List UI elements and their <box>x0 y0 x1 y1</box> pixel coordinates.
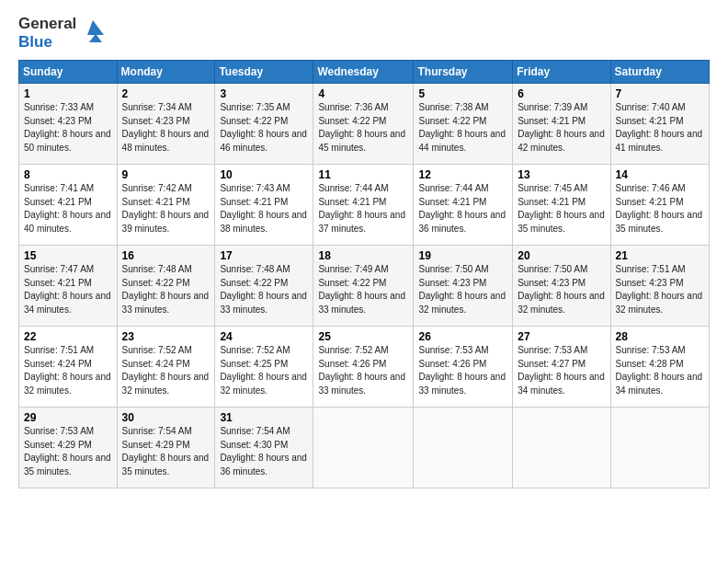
day-number: 19 <box>418 249 507 262</box>
calendar-cell: 10 Sunrise: 7:43 AMSunset: 4:21 PMDaylig… <box>215 165 313 246</box>
day-info: Sunrise: 7:47 AMSunset: 4:21 PMDaylight:… <box>24 264 111 315</box>
day-number: 7 <box>616 87 704 100</box>
calendar-cell: 28 Sunrise: 7:53 AMSunset: 4:28 PMDaylig… <box>610 327 709 408</box>
weekday-header-thursday: Thursday <box>414 61 513 84</box>
calendar-cell: 24 Sunrise: 7:52 AMSunset: 4:25 PMDaylig… <box>215 327 313 408</box>
logo-general-text: General <box>18 15 76 33</box>
day-info: Sunrise: 7:54 AMSunset: 4:30 PMDaylight:… <box>220 426 307 477</box>
day-number: 30 <box>122 411 210 424</box>
day-info: Sunrise: 7:51 AMSunset: 4:23 PMDaylight:… <box>616 264 703 315</box>
calendar-cell: 11 Sunrise: 7:44 AMSunset: 4:21 PMDaylig… <box>313 165 414 246</box>
calendar-cell: 6 Sunrise: 7:39 AMSunset: 4:21 PMDayligh… <box>513 84 610 165</box>
day-number: 17 <box>220 249 308 262</box>
day-number: 8 <box>24 168 112 181</box>
calendar-cell: 15 Sunrise: 7:47 AMSunset: 4:21 PMDaylig… <box>19 246 118 327</box>
week-row-2: 8 Sunrise: 7:41 AMSunset: 4:21 PMDayligh… <box>19 165 710 246</box>
logo: General Blue <box>18 15 106 51</box>
day-number: 12 <box>418 168 507 181</box>
day-number: 6 <box>518 87 605 100</box>
calendar-cell: 22 Sunrise: 7:51 AMSunset: 4:24 PMDaylig… <box>19 327 118 408</box>
day-info: Sunrise: 7:53 AMSunset: 4:28 PMDaylight:… <box>616 345 703 396</box>
calendar-cell <box>313 408 414 488</box>
day-info: Sunrise: 7:42 AMSunset: 4:21 PMDaylight:… <box>122 183 210 234</box>
day-number: 1 <box>24 87 112 100</box>
day-info: Sunrise: 7:48 AMSunset: 4:22 PMDaylight:… <box>122 264 210 315</box>
day-number: 5 <box>418 87 507 100</box>
day-number: 18 <box>318 249 408 262</box>
week-row-4: 22 Sunrise: 7:51 AMSunset: 4:24 PMDaylig… <box>19 327 710 408</box>
day-info: Sunrise: 7:40 AMSunset: 4:21 PMDaylight:… <box>616 102 703 153</box>
calendar-cell: 25 Sunrise: 7:52 AMSunset: 4:26 PMDaylig… <box>313 327 414 408</box>
calendar-cell <box>610 408 709 488</box>
day-info: Sunrise: 7:50 AMSunset: 4:23 PMDaylight:… <box>518 264 605 315</box>
calendar-cell: 26 Sunrise: 7:53 AMSunset: 4:26 PMDaylig… <box>414 327 513 408</box>
weekday-header-tuesday: Tuesday <box>215 61 313 84</box>
day-info: Sunrise: 7:39 AMSunset: 4:21 PMDaylight:… <box>518 102 605 153</box>
day-info: Sunrise: 7:50 AMSunset: 4:23 PMDaylight:… <box>418 264 506 315</box>
calendar-cell: 30 Sunrise: 7:54 AMSunset: 4:29 PMDaylig… <box>117 408 215 488</box>
day-info: Sunrise: 7:51 AMSunset: 4:24 PMDaylight:… <box>24 345 111 396</box>
day-number: 31 <box>220 411 308 424</box>
day-info: Sunrise: 7:33 AMSunset: 4:23 PMDaylight:… <box>24 102 111 153</box>
day-number: 9 <box>122 168 210 181</box>
day-number: 3 <box>220 87 308 100</box>
calendar-table: SundayMondayTuesdayWednesdayThursdayFrid… <box>18 60 710 488</box>
day-number: 26 <box>418 330 507 343</box>
day-number: 29 <box>24 411 112 424</box>
week-row-5: 29 Sunrise: 7:53 AMSunset: 4:29 PMDaylig… <box>19 408 710 488</box>
day-number: 15 <box>24 249 112 262</box>
day-number: 16 <box>122 249 210 262</box>
day-info: Sunrise: 7:45 AMSunset: 4:21 PMDaylight:… <box>518 183 605 234</box>
day-number: 28 <box>616 330 704 343</box>
day-number: 24 <box>220 330 308 343</box>
day-info: Sunrise: 7:44 AMSunset: 4:21 PMDaylight:… <box>318 183 405 234</box>
logo-icon <box>80 18 106 44</box>
day-info: Sunrise: 7:46 AMSunset: 4:21 PMDaylight:… <box>616 183 703 234</box>
calendar-cell: 21 Sunrise: 7:51 AMSunset: 4:23 PMDaylig… <box>610 246 709 327</box>
day-info: Sunrise: 7:53 AMSunset: 4:26 PMDaylight:… <box>418 345 506 396</box>
day-number: 27 <box>518 330 605 343</box>
day-info: Sunrise: 7:49 AMSunset: 4:22 PMDaylight:… <box>318 264 405 315</box>
weekday-header-monday: Monday <box>117 61 215 84</box>
calendar-cell: 1 Sunrise: 7:33 AMSunset: 4:23 PMDayligh… <box>19 84 118 165</box>
day-number: 21 <box>616 249 704 262</box>
calendar-cell: 14 Sunrise: 7:46 AMSunset: 4:21 PMDaylig… <box>610 165 709 246</box>
day-info: Sunrise: 7:35 AMSunset: 4:22 PMDaylight:… <box>220 102 307 153</box>
calendar-cell: 12 Sunrise: 7:44 AMSunset: 4:21 PMDaylig… <box>414 165 513 246</box>
day-info: Sunrise: 7:48 AMSunset: 4:22 PMDaylight:… <box>220 264 307 315</box>
calendar-cell: 31 Sunrise: 7:54 AMSunset: 4:30 PMDaylig… <box>215 408 313 488</box>
day-info: Sunrise: 7:52 AMSunset: 4:24 PMDaylight:… <box>122 345 210 396</box>
day-number: 13 <box>518 168 605 181</box>
day-number: 14 <box>616 168 704 181</box>
weekday-header-friday: Friday <box>513 61 610 84</box>
day-info: Sunrise: 7:38 AMSunset: 4:22 PMDaylight:… <box>418 102 506 153</box>
calendar-cell: 9 Sunrise: 7:42 AMSunset: 4:21 PMDayligh… <box>117 165 215 246</box>
calendar-cell: 5 Sunrise: 7:38 AMSunset: 4:22 PMDayligh… <box>414 84 513 165</box>
calendar-cell: 8 Sunrise: 7:41 AMSunset: 4:21 PMDayligh… <box>19 165 118 246</box>
day-number: 25 <box>318 330 408 343</box>
day-number: 23 <box>122 330 210 343</box>
day-info: Sunrise: 7:52 AMSunset: 4:26 PMDaylight:… <box>318 345 405 396</box>
day-info: Sunrise: 7:54 AMSunset: 4:29 PMDaylight:… <box>122 426 210 477</box>
day-number: 4 <box>318 87 408 100</box>
calendar-cell: 17 Sunrise: 7:48 AMSunset: 4:22 PMDaylig… <box>215 246 313 327</box>
calendar-cell: 23 Sunrise: 7:52 AMSunset: 4:24 PMDaylig… <box>117 327 215 408</box>
day-number: 22 <box>24 330 112 343</box>
page: General Blue SundayMondayTuesdayWednesda… <box>0 0 728 563</box>
day-info: Sunrise: 7:52 AMSunset: 4:25 PMDaylight:… <box>220 345 307 396</box>
day-info: Sunrise: 7:34 AMSunset: 4:23 PMDaylight:… <box>122 102 210 153</box>
calendar-cell: 27 Sunrise: 7:53 AMSunset: 4:27 PMDaylig… <box>513 327 610 408</box>
weekday-header-row: SundayMondayTuesdayWednesdayThursdayFrid… <box>19 61 710 84</box>
header: General Blue <box>18 15 710 51</box>
weekday-header-saturday: Saturday <box>610 61 709 84</box>
svg-marker-0 <box>87 20 104 42</box>
weekday-header-wednesday: Wednesday <box>313 61 414 84</box>
logo-blue-text: Blue <box>18 33 52 52</box>
day-info: Sunrise: 7:41 AMSunset: 4:21 PMDaylight:… <box>24 183 111 234</box>
week-row-3: 15 Sunrise: 7:47 AMSunset: 4:21 PMDaylig… <box>19 246 710 327</box>
calendar-cell: 29 Sunrise: 7:53 AMSunset: 4:29 PMDaylig… <box>19 408 118 488</box>
calendar-cell: 16 Sunrise: 7:48 AMSunset: 4:22 PMDaylig… <box>117 246 215 327</box>
calendar-cell <box>513 408 610 488</box>
day-number: 10 <box>220 168 308 181</box>
calendar-cell: 7 Sunrise: 7:40 AMSunset: 4:21 PMDayligh… <box>610 84 709 165</box>
